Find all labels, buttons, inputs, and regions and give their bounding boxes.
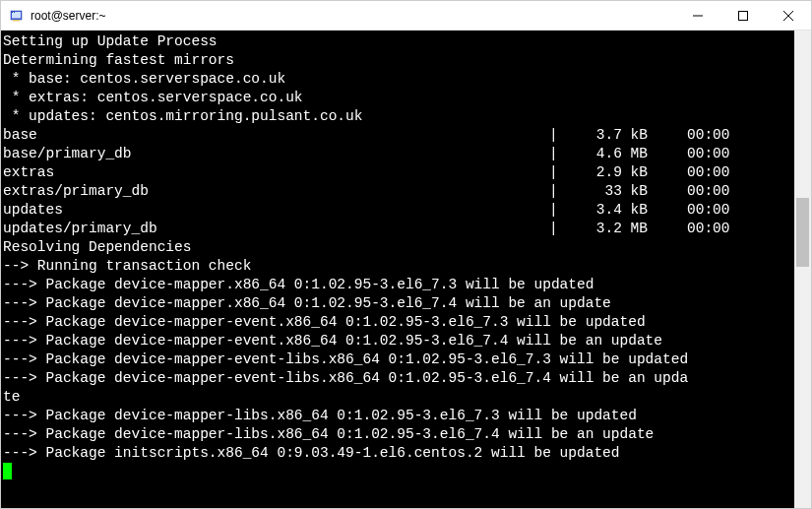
terminal-line: ---> Package device-mapper-event.x86_64 … <box>3 313 792 332</box>
terminal-line: ---> Package device-mapper-event-libs.x8… <box>3 350 792 369</box>
terminal-line: Resolving Dependencies <box>3 238 792 257</box>
svg-rect-4 <box>14 12 15 13</box>
repo-line: extras|2.9 kB00:00 <box>3 163 792 182</box>
terminal-line: ---> Package device-mapper.x86_64 0:1.02… <box>3 276 792 294</box>
repo-line: base|3.7 kB00:00 <box>3 126 792 145</box>
titlebar[interactable]: root@server:~ <box>1 1 811 31</box>
terminal-line: Setting up Update Process <box>3 32 792 51</box>
scrollbar[interactable] <box>794 31 811 508</box>
terminal-line: ---> Package device-mapper-libs.x86_64 0… <box>3 407 792 425</box>
cursor <box>3 463 12 479</box>
close-button[interactable] <box>766 1 811 30</box>
terminal-line: ---> Package device-mapper-event-libs.x8… <box>3 369 792 388</box>
maximize-button[interactable] <box>720 1 766 30</box>
terminal-line: --> Running transaction check <box>3 257 792 276</box>
scrollbar-thumb[interactable] <box>796 198 809 267</box>
terminal-line: ---> Package initscripts.x86_64 0:9.03.4… <box>3 444 792 463</box>
repo-line: updates|3.4 kB00:00 <box>3 201 792 220</box>
terminal-line: * base: centos.serverspace.co.uk <box>3 70 792 89</box>
repo-line: extras/primary_db| 33 kB00:00 <box>3 182 792 201</box>
minimize-button[interactable] <box>675 1 720 30</box>
terminal-line: * extras: centos.serverspace.co.uk <box>3 89 792 107</box>
svg-rect-1 <box>12 12 21 19</box>
terminal-line: ---> Package device-mapper.x86_64 0:1.02… <box>3 294 792 313</box>
repo-line: updates/primary_db|3.2 MB00:00 <box>3 220 792 238</box>
terminal-output[interactable]: Setting up Update ProcessDetermining fas… <box>1 31 794 508</box>
terminal-window: root@server:~ Setting up Update ProcessD… <box>0 0 812 509</box>
repo-line: base/primary_db|4.6 MB00:00 <box>3 145 792 163</box>
cursor-line <box>3 463 792 481</box>
terminal-line: * updates: centos.mirroring.pulsant.co.u… <box>3 107 792 126</box>
window-title: root@server:~ <box>31 9 675 23</box>
svg-rect-3 <box>12 12 13 13</box>
terminal-line: te <box>3 388 792 407</box>
window-controls <box>675 1 811 30</box>
putty-icon <box>9 8 25 24</box>
svg-rect-5 <box>739 11 748 20</box>
terminal-line: ---> Package device-mapper-event.x86_64 … <box>3 332 792 350</box>
terminal-line: Determining fastest mirrors <box>3 51 792 70</box>
svg-rect-2 <box>13 20 20 22</box>
terminal-line: ---> Package device-mapper-libs.x86_64 0… <box>3 425 792 444</box>
terminal-area: Setting up Update ProcessDetermining fas… <box>1 31 811 508</box>
